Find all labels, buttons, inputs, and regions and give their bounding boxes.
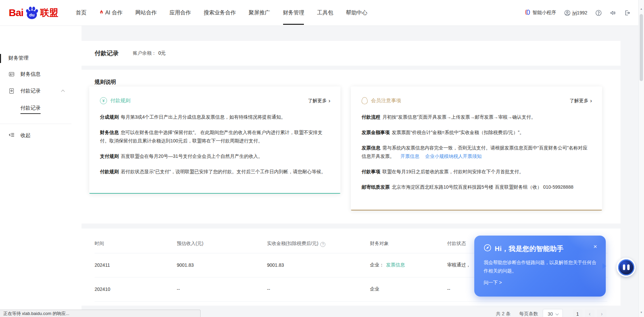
sidebar-divider [0, 124, 71, 124]
assistant-body: 我会帮助您诊断合作链路问题，以及解答您关于任何合作相关的问题。 [484, 258, 596, 275]
pagination: 共 2 条 每页条数 30 1 ‹ › [496, 309, 606, 317]
nav-item-help-center[interactable]: 帮助中心 [346, 0, 367, 26]
rule-paragraph: 财务信息您可以在财务信息中选择“保留付款”。 在此期间您产生的收入将在账户内进行… [100, 128, 330, 145]
sidebar-item-payment-records[interactable]: 付款记录 [8, 88, 65, 94]
member-notes-card-header: 会员注意事项 了解更多 › [351, 86, 602, 104]
nav-item-finance[interactable]: 财务管理 [283, 0, 304, 26]
rule-paragraph: 付款事项联盟在每月19日之后签收的发票，付款时间安排在下个月首批支付。 [362, 168, 592, 176]
help-circle-icon[interactable] [595, 10, 602, 16]
logout-icon[interactable] [624, 10, 631, 16]
rule-paragraph: 发票金额事项发票票面“价税合计”金额=系统中“实收金额（扣除税费后/元）”。 [362, 128, 592, 137]
prev-page-button[interactable]: ‹ [585, 309, 594, 317]
invoice-info-link[interactable]: 开票信息 [400, 153, 419, 159]
chevron-right-icon: › [590, 98, 592, 104]
invoice-info-cell-link[interactable]: 发票信息 [386, 262, 405, 267]
assistant-header: Hi，我是您的智能助手 [484, 244, 596, 253]
nav-item-ai[interactable]: AI 合作 [99, 0, 123, 26]
col-time: 时间 [95, 235, 177, 253]
cell-estimated: -- [177, 277, 267, 301]
payment-rules-card-header: ¥ 付款规则 了解更多 › [89, 86, 340, 104]
assistant-title: Hi，我是您的智能助手 [495, 244, 564, 253]
coin-icon: ¥ [100, 97, 107, 104]
rule-paragraph: 邮寄纸质发票北京市海淀区西北旺东路10号院百度科技园5号楼 百度联盟财务组（收）… [362, 183, 592, 191]
egg-icon [362, 97, 368, 104]
member-notes-card-title: 会员注意事项 [371, 98, 401, 104]
next-page-button[interactable]: › [597, 309, 606, 317]
sidebar-collapse-button[interactable]: 收起 [8, 132, 31, 139]
nav-item-home[interactable]: 首页 [76, 0, 87, 26]
chevron-right-icon: › [328, 98, 330, 104]
payment-rules-card: ¥ 付款规则 了解更多 › 分成规则每月第3或4个工作日产出上月分成信息及发票信… [89, 86, 340, 194]
svg-text:du: du [29, 12, 35, 17]
help-icon[interactable]: ? [320, 242, 325, 247]
scroll-down-icon[interactable]: ▼ [639, 311, 644, 314]
close-icon[interactable]: × [593, 243, 597, 250]
learn-more-link-member-notes[interactable]: 了解更多 › [570, 98, 592, 104]
per-page-label: 每页条数 [519, 311, 538, 317]
per-page-select[interactable]: 30 [543, 309, 563, 317]
collapse-icon [8, 132, 15, 139]
col-estimated-income: 预估收入(元) [177, 235, 267, 253]
balance-label: 账户余额： [133, 50, 156, 56]
scrollbar-thumb[interactable] [640, 14, 643, 81]
assistant-fab[interactable] [616, 258, 636, 277]
scroll-up-icon[interactable]: ▲ [639, 7, 644, 10]
small-taxpayer-notice-link[interactable]: 企业小规模纳税人开票须知 [425, 153, 482, 159]
cell-estimated: 9001.83 [177, 253, 267, 277]
cell-finance-target: 企业 [370, 277, 447, 301]
sound-icon[interactable] [610, 10, 616, 16]
nav-item-app[interactable]: 应用合作 [169, 0, 191, 26]
baidu-union-logo[interactable]: Bai du 联盟 [9, 5, 58, 20]
baidu-paw-icon: du [24, 5, 40, 20]
payment-rules-card-body: 分成规则每月第3或4个工作日产出上月分成信息及发票信息，如有特殊情况将提前通知。… [89, 104, 340, 176]
miniprogram-link[interactable]: 智能小程序 [524, 9, 556, 16]
sidebar-section-finance[interactable]: 财务管理 [8, 55, 29, 61]
sidebar-subitem-payment-records[interactable]: 付款记录 [20, 105, 41, 114]
browser-status-bubble: 正在等待 xlab.baidu.com 的响应... [0, 310, 201, 317]
col-finance-target: 财务对象 [370, 235, 447, 253]
cell-actual: -- [267, 277, 370, 301]
robot-icon [618, 259, 634, 275]
rules-panel: 规则说明 ¥ 付款规则 了解更多 › 分成规则每月第3或4个工作日产出上月分成信… [82, 70, 621, 224]
assistant-ask-link[interactable]: 问一下 > [484, 280, 596, 286]
rule-paragraph: 付款规则若付款状态显示“已支付”，说明联盟已安排了您的付款。支付后三个工作日内到… [100, 168, 330, 176]
cell-time: 202410 [95, 277, 177, 301]
user-icon [564, 10, 571, 16]
learn-more-link-payment-rules[interactable]: 了解更多 › [308, 98, 330, 104]
cell-time: 202411 [95, 253, 177, 277]
caret-down-icon [555, 312, 559, 315]
logo-text-bai: Bai [9, 7, 23, 18]
chevron-up-icon [61, 89, 65, 93]
nav-item-website[interactable]: 网站合作 [135, 0, 157, 26]
total-count: 共 2 条 [496, 311, 511, 317]
nav-item-screen-promo[interactable]: 聚屏推广 [249, 0, 270, 26]
nav-item-toolkit[interactable]: 工具包 [317, 0, 333, 26]
col-actual-amount: 实收金额(扣除税费后/元)? [267, 235, 370, 253]
miniprogram-icon [524, 9, 531, 16]
user-menu[interactable]: jyj1992 [564, 10, 587, 16]
rule-paragraph: 分成规则每月第3或4个工作日产出上月分成信息及发票信息，如有特殊情况将提前通知。 [100, 113, 330, 121]
cell-actual: 9001.83 [267, 253, 370, 277]
sidebar: 财务管理 财务信息 付款记录 付款记录 [0, 26, 82, 317]
active-section-indicator [0, 54, 1, 63]
scrollbar[interactable]: ▲ ▼ [638, 0, 644, 317]
page-header-panel: 付款记录 账户余额： 0元 [82, 41, 621, 66]
sidebar-item-finance-info[interactable]: 财务信息 [8, 71, 41, 77]
page-title: 付款记录 [95, 49, 119, 57]
main-nav: 首页 AI 合作 网站合作 应用合作 搜索业务合作 聚屏推广 财务管理 工具包 … [76, 0, 368, 26]
rules-title: 规则说明 [95, 79, 116, 86]
page-button-1[interactable]: 1 [573, 309, 582, 317]
member-notes-card: 会员注意事项 了解更多 › 付款流程月初按“发票信息”页面开具发票→上传发票→邮… [351, 86, 602, 210]
flame-icon [99, 9, 104, 16]
compass-icon [484, 244, 491, 253]
badge-icon [8, 88, 15, 94]
id-card-icon [8, 71, 15, 77]
balance-value: 0元 [158, 50, 166, 56]
payment-rules-card-title: 付款规则 [110, 98, 130, 104]
assistant-popup: Hi，我是您的智能助手 × 我会帮助您诊断合作链路问题，以及解答您关于任何合作相… [474, 236, 606, 297]
rule-paragraph: 支付规则百度联盟会在每月20号—31号支付企业会员上个自然月产生的收入。 [100, 152, 330, 161]
navbar-right: 智能小程序 jyj1992 [524, 9, 631, 16]
nav-item-search-biz[interactable]: 搜索业务合作 [204, 0, 236, 26]
member-notes-card-body: 付款流程月初按“发票信息”页面开具发票→上传发票→邮寄发票→审核→确认支付。 发… [351, 104, 602, 191]
screen: Bai du 联盟 首页 [0, 0, 644, 317]
